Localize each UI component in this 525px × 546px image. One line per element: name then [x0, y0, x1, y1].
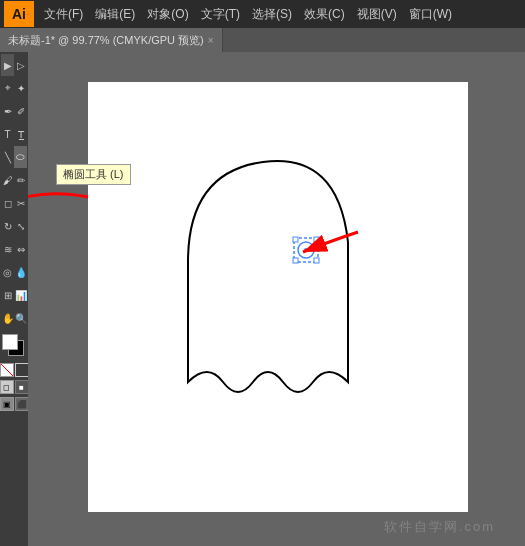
- zoom-tool[interactable]: 🔍: [14, 307, 27, 329]
- graph-tool[interactable]: 📊: [14, 284, 27, 306]
- rotate-tool-group: ↻ ⤡: [1, 215, 27, 237]
- type-tool[interactable]: T: [1, 123, 14, 145]
- watermark-text: 软件自学网.com: [384, 519, 495, 534]
- menu-object[interactable]: 对象(O): [141, 4, 194, 25]
- stroke-indicator[interactable]: [15, 363, 29, 377]
- menu-select[interactable]: 选择(S): [246, 4, 298, 25]
- type-tool-group: T T̲: [1, 123, 27, 145]
- svg-rect-4: [314, 237, 319, 242]
- full-screen-btn[interactable]: ⬛: [15, 397, 29, 411]
- watermark: 软件自学网.com: [384, 518, 495, 536]
- zoom-tool-group: ✋ 🔍: [1, 307, 27, 329]
- tab-close-button[interactable]: ×: [208, 35, 214, 46]
- rotate-tool[interactable]: ↻: [1, 215, 14, 237]
- lasso-tool-group: ⌖ ✦: [1, 77, 27, 99]
- app-logo: Ai: [4, 1, 34, 27]
- draw-behind-btn[interactable]: ■: [15, 380, 29, 394]
- normal-mode-btn[interactable]: ◻: [0, 380, 14, 394]
- blend-tool[interactable]: ◎: [1, 261, 14, 283]
- warp-tool-group: ≋ ⇔: [1, 238, 27, 260]
- selection-tool-group: ▶ ▷: [1, 54, 27, 76]
- svg-rect-6: [314, 258, 319, 263]
- menu-effect[interactable]: 效果(C): [298, 4, 351, 25]
- svg-point-2: [304, 248, 308, 252]
- graph-tool-group: ⊞ 📊: [1, 284, 27, 306]
- canvas-area: 椭圆工具 (L) 软件自学网.com: [28, 52, 525, 546]
- warp-tool[interactable]: ≋: [1, 238, 14, 260]
- eraser-tool-group: ◻ ✂: [1, 192, 27, 214]
- width-tool[interactable]: ⇔: [14, 238, 27, 260]
- ghost-shape: [188, 161, 348, 392]
- tab-title: 未标题-1* @ 99.77% (CMYK/GPU 预览): [8, 33, 204, 48]
- menu-window[interactable]: 窗口(W): [403, 4, 458, 25]
- hand-tool[interactable]: ✋: [1, 307, 14, 329]
- menu-view[interactable]: 视图(V): [351, 4, 403, 25]
- main-area: ▶ ▷ ⌖ ✦ ✒ ✐ T T̲ ╲ ⬭ 🖌 ✏ ◻ ✂ ↻ ⤡: [0, 52, 525, 546]
- menu-edit[interactable]: 编辑(E): [89, 4, 141, 25]
- ellipse-tool[interactable]: ⬭: [14, 146, 27, 168]
- line-tool[interactable]: ╲: [1, 146, 14, 168]
- scale-tool[interactable]: ⤡: [14, 215, 27, 237]
- pencil-tool[interactable]: ✏: [14, 169, 27, 191]
- lasso-tool[interactable]: ⌖: [1, 77, 14, 99]
- tab-bar: 未标题-1* @ 99.77% (CMYK/GPU 预览) ×: [0, 28, 525, 52]
- menu-file[interactable]: 文件(F): [38, 4, 89, 25]
- selection-tool[interactable]: ▶: [1, 54, 14, 76]
- toolbar: ▶ ▷ ⌖ ✦ ✒ ✐ T T̲ ╲ ⬭ 🖌 ✏ ◻ ✂ ↻ ⤡: [0, 52, 28, 546]
- paintbrush-tool[interactable]: 🖌: [1, 169, 14, 191]
- menu-text[interactable]: 文字(T): [195, 4, 246, 25]
- add-anchor-tool[interactable]: ✐: [14, 100, 27, 122]
- artwork-canvas: [88, 82, 468, 512]
- menu-bar: Ai 文件(F) 编辑(E) 对象(O) 文字(T) 选择(S) 效果(C) 视…: [0, 0, 525, 28]
- pen-tool[interactable]: ✒: [1, 100, 14, 122]
- mesh-tool[interactable]: ⊞: [1, 284, 14, 306]
- scissors-tool[interactable]: ✂: [14, 192, 27, 214]
- color-swatches[interactable]: [0, 332, 28, 360]
- magic-wand-tool[interactable]: ✦: [14, 77, 27, 99]
- document-canvas: [88, 82, 468, 512]
- pen-tool-group: ✒ ✐: [1, 100, 27, 122]
- touch-type-tool[interactable]: T̲: [14, 123, 27, 145]
- screen-mode-btn[interactable]: ▣: [0, 397, 14, 411]
- fill-color-swatch[interactable]: [2, 334, 18, 350]
- eraser-tool[interactable]: ◻: [1, 192, 14, 214]
- shape-tool-group: ╲ ⬭: [1, 146, 27, 168]
- paint-tool-group: 🖌 ✏: [1, 169, 27, 191]
- eyedropper-tool[interactable]: 💧: [14, 261, 27, 283]
- direct-select-tool[interactable]: ▷: [14, 54, 27, 76]
- svg-rect-5: [293, 258, 298, 263]
- fill-indicator[interactable]: [0, 363, 14, 377]
- svg-rect-3: [293, 237, 298, 242]
- blend-tool-group: ◎ 💧: [1, 261, 27, 283]
- document-tab[interactable]: 未标题-1* @ 99.77% (CMYK/GPU 预览) ×: [0, 28, 223, 52]
